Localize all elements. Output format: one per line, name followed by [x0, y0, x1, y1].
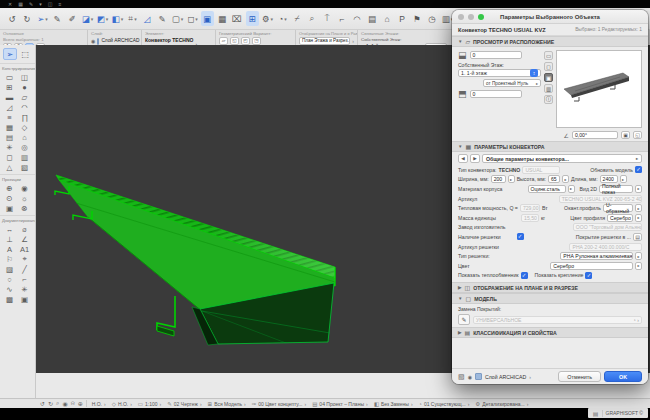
layer-combination-select[interactable]: ▤ 04 Проект – Планы ›: [312, 401, 368, 407]
morph-tool-icon[interactable]: ◻: [2, 152, 17, 162]
rotate-view-icon[interactable]: ↻: [48, 400, 53, 407]
update-model-checkbox[interactable]: ✓: [635, 166, 642, 173]
wall-tool-icon[interactable]: ▭: [2, 72, 17, 82]
object-preview[interactable]: [556, 50, 642, 128]
interior-elevation-icon[interactable]: ⊙: [2, 193, 17, 203]
radial-dimension-icon[interactable]: ⌀: [17, 224, 32, 234]
column-tool-icon[interactable]: ●: [17, 82, 32, 92]
fit-icon[interactable]: ⌧: [231, 11, 244, 26]
dialog-layer-value[interactable]: Слой ARCHICAD: [485, 374, 526, 380]
pen-icon[interactable]: ✎: [156, 11, 169, 26]
grid-icon[interactable]: ▦: [18, 0, 23, 8]
guide-line-icon[interactable]: ◿: [141, 11, 154, 26]
beam-preset-icon[interactable]: ◩▾: [96, 11, 109, 26]
material-field[interactable]: Оцинк.сталь: [528, 185, 566, 193]
flag-icon[interactable]: ⚑: [411, 11, 424, 26]
show-mount-checkbox[interactable]: ✓: [585, 272, 592, 279]
folder-icon[interactable]: ▤: [593, 410, 599, 417]
lock-icon[interactable]: ◻▾: [186, 11, 199, 26]
object-bottom-link-icon[interactable]: ⬒: [458, 89, 467, 99]
mirror-button[interactable]: ▣: [621, 131, 630, 139]
edge-profile-field[interactable]: U-образный: [603, 204, 633, 212]
line-tool-icon[interactable]: ╱: [17, 264, 32, 274]
fill-tool-icon[interactable]: ▨: [2, 264, 17, 274]
ok-button[interactable]: OK: [604, 371, 642, 382]
datum-select[interactable]: от Проектный Нуль ▸: [483, 79, 541, 87]
preview-front-button[interactable]: ◻: [544, 62, 553, 71]
top-offset-field[interactable]: 0: [470, 51, 522, 59]
dimension-tool-icon[interactable]: ↔: [2, 224, 17, 234]
text-tool-icon[interactable]: A: [2, 244, 17, 254]
person-view-icon[interactable]: ⍾: [71, 400, 75, 407]
close-icon[interactable]: ✕: [8, 0, 12, 8]
dialog-title-bar[interactable]: Параметры Выбранного Объекта: [452, 10, 648, 24]
zoom-tool-icon[interactable]: ⌕: [306, 11, 319, 26]
preview-3d-button[interactable]: ▣: [544, 73, 553, 82]
preview-info-button[interactable]: ⓘ: [544, 95, 553, 104]
drawing-tool-icon[interactable]: ▣: [17, 294, 32, 304]
angle-dimension-icon[interactable]: ∠: [17, 234, 32, 244]
grille-type-field[interactable]: РНА Рулонная алюминиевая: [560, 252, 633, 260]
redo-icon[interactable]: ↻: [21, 11, 34, 26]
geometry-variant-2-icon[interactable]: ◱: [230, 37, 239, 45]
roof-tool-icon[interactable]: ◿: [2, 102, 17, 112]
orbit-icon[interactable]: ◷: [426, 11, 439, 26]
undo-icon[interactable]: ↺: [6, 11, 19, 26]
grille-coating-button[interactable]: ▤: [633, 233, 642, 241]
worksheet-tool-icon[interactable]: ▣: [2, 203, 17, 213]
height-field[interactable]: 65: [548, 175, 560, 183]
height-stepper[interactable]: ▸: [562, 175, 569, 183]
preview-chart-button[interactable]: ▥: [544, 84, 553, 93]
scale-select[interactable]: ▭ 1:100 ›: [138, 401, 161, 407]
pencil-icon[interactable]: ✎: [29, 0, 33, 8]
palette-section-views[interactable]: Проекции: [0, 174, 35, 183]
dialog-layer-caret[interactable]: ›: [529, 374, 531, 380]
orbit-view-icon[interactable]: ↺: [40, 400, 45, 407]
palette-section-document[interactable]: Документирование: [0, 215, 35, 224]
snap-grid-icon[interactable]: ⌗▾: [126, 11, 139, 26]
stair-tool-icon[interactable]: ≡: [2, 112, 17, 122]
detail-tool-icon[interactable]: ⊗: [17, 203, 32, 213]
wall-preset-icon[interactable]: ◪▾: [81, 11, 94, 26]
model-view-select[interactable]: ⚙ Детализирована... ›: [475, 401, 528, 407]
box-3d-icon[interactable]: ▤: [366, 11, 379, 26]
magnify-plus-icon[interactable]: ⊕: [78, 400, 83, 407]
settings-cube-icon[interactable]: ⚙▾: [261, 11, 274, 26]
section-preview-position[interactable]: ▼ ▱ ПРОСМОТР И РАСПОЛОЖЕНИЕ: [452, 36, 648, 47]
layer-value[interactable]: Слой ARCHICAD: [101, 37, 139, 45]
camera-icon[interactable]: ⌖: [17, 254, 32, 264]
drag-handle-button[interactable]: ◱: [633, 131, 642, 139]
slab-tool-icon[interactable]: ▱: [17, 92, 32, 102]
model-filter-select[interactable]: ⊞ Вся Модель ›: [208, 401, 246, 407]
rotation-angle-field[interactable]: 0,00°: [572, 131, 618, 139]
circle-tool-icon[interactable]: ○: [2, 274, 17, 284]
object-top-link-icon[interactable]: ⬓: [458, 50, 467, 60]
caret-icon[interactable]: ▾: [39, 0, 42, 8]
schedule-icon[interactable]: ▦: [216, 11, 229, 26]
beam-tool-icon[interactable]: ▬: [2, 92, 17, 102]
elevation-tool-icon[interactable]: ◉: [17, 183, 32, 193]
floor-plan-display-select[interactable]: План Этажа и Разрез...: [299, 37, 350, 45]
level-dimension-icon[interactable]: ⊥: [2, 234, 17, 244]
field-1[interactable]: Н.О. ›: [90, 401, 106, 407]
walk-view-icon[interactable]: ◉: [62, 400, 67, 407]
label-tool-icon[interactable]: A1: [17, 244, 32, 254]
menu-icon[interactable]: ≡: [58, 0, 61, 8]
window-tool-icon[interactable]: ⊞: [2, 82, 17, 92]
railing-tool-icon[interactable]: ∏: [17, 112, 32, 122]
edge-profile-stepper[interactable]: ▸: [635, 204, 642, 212]
profile-color-stepper[interactable]: ▸: [635, 214, 642, 222]
object-tool-icon[interactable]: ⌂: [17, 132, 32, 142]
surface-reset-icon[interactable]: ◔ ›: [633, 317, 639, 323]
lamp-tool-icon[interactable]: ✳: [2, 142, 17, 152]
truss-tool-icon[interactable]: △: [2, 162, 17, 172]
pen-set-select[interactable]: ✎ 02 Чертеж ›: [167, 401, 201, 407]
color-stepper[interactable]: ▸: [635, 262, 642, 270]
eye-icon[interactable]: ◉: [91, 37, 95, 45]
material-stepper[interactable]: ▸: [568, 185, 575, 193]
inject-parameters-icon[interactable]: ✐: [66, 11, 79, 26]
zone-stamp-icon[interactable]: ⚐: [2, 254, 17, 264]
spline-tool-icon[interactable]: ∿: [2, 284, 17, 294]
elevation-icon[interactable]: ⍑: [321, 11, 334, 26]
camera-tool-icon[interactable]: ☼: [17, 193, 32, 203]
